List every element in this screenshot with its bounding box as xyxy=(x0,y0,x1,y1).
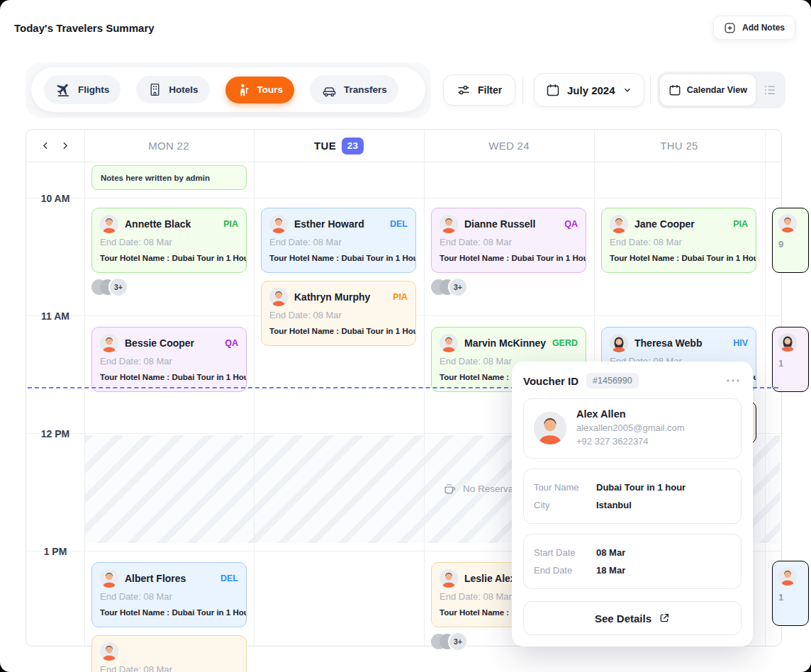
status-badge: DEL xyxy=(390,219,408,229)
event-card[interactable]: End Date: 08 MarTour Hotel Name : Dubai … xyxy=(91,635,247,672)
more-attendees-badge: 3+ xyxy=(108,277,128,297)
calendar-view-label: Calendar View xyxy=(687,85,747,95)
day-header-thu25[interactable]: THU 25 xyxy=(630,130,729,162)
event-card-partial[interactable]: 1 xyxy=(772,561,809,626)
tab-hotels[interactable]: Hotels xyxy=(136,76,209,103)
event-card[interactable]: Annette BlackPIAEnd Date: 08 MarTour Hot… xyxy=(91,208,247,273)
calendar-view-toggle[interactable]: Calendar View xyxy=(660,74,756,106)
tab-tours[interactable]: Tours xyxy=(225,77,295,103)
event-card[interactable]: Albert FloresDELEnd Date: 08 MarTour Hot… xyxy=(91,562,247,627)
start-date-label: Start Date xyxy=(534,547,596,558)
chevron-down-icon xyxy=(622,85,632,95)
tab-flights[interactable]: Flights xyxy=(44,75,121,104)
page-title: Today's Travelers Summary xyxy=(14,22,155,34)
see-details-button[interactable]: See Details xyxy=(523,601,742,635)
more-attendees-badge: 3+ xyxy=(448,277,468,297)
event-fragment-text: 1 xyxy=(778,592,802,603)
tour-name-value: Dubai Tour in 1 hour xyxy=(596,482,686,493)
hotel-icon xyxy=(147,82,162,97)
view-toggle-group: Calendar View xyxy=(657,72,785,108)
sliders-icon xyxy=(457,83,471,97)
event-fragment-text: 9 xyxy=(778,239,802,250)
tab-label: Transfers xyxy=(344,84,387,95)
ellipsis-icon[interactable] xyxy=(725,377,742,384)
status-badge: HIV xyxy=(733,338,748,348)
end-date-text: End Date: 08 Mar xyxy=(100,237,238,247)
list-view-icon[interactable] xyxy=(763,83,783,97)
traveler-phone: +92 327 3622374 xyxy=(576,435,685,449)
tab-label: Tours xyxy=(257,84,284,95)
end-date-text: End Date: 08 Mar xyxy=(269,237,408,247)
month-selector[interactable]: July 2024 xyxy=(534,73,644,107)
admin-note-card[interactable]: Notes here written by admin xyxy=(91,165,247,190)
status-badge: GERD xyxy=(552,338,578,348)
status-badge: QA xyxy=(225,338,238,348)
grid-hour-line xyxy=(26,198,781,198)
day-label: TUE xyxy=(314,140,336,152)
time-label: 1 PM xyxy=(26,546,84,557)
city-label: City xyxy=(534,500,596,510)
filter-button[interactable]: Filter xyxy=(443,74,515,106)
event-card[interactable]: Kathryn MurphyPIAEnd Date: 08 MarTour Ho… xyxy=(261,281,416,346)
app-page: Today's Travelers Summary Add Notes Flig… xyxy=(0,0,811,672)
more-attendees-badge: 3+ xyxy=(448,632,468,651)
time-label: 11 AM xyxy=(26,310,84,322)
traveler-name: Jane Cooper xyxy=(634,218,727,230)
avatar xyxy=(440,569,458,588)
add-notes-button[interactable]: Add Notes xyxy=(713,16,795,40)
status-badge: PIA xyxy=(223,219,238,229)
attendees-avatar-group[interactable]: 3+ xyxy=(91,277,128,297)
city-value: Istanbul xyxy=(596,500,632,510)
status-badge: PIA xyxy=(733,219,748,229)
end-date-text: End Date: 08 Mar xyxy=(100,664,238,672)
avatar xyxy=(100,215,118,233)
traveler-name: Dianne Russell xyxy=(464,218,558,230)
calendar-icon xyxy=(669,84,681,96)
status-badge: PIA xyxy=(393,292,408,302)
tour-hotel-text: Tour Hotel Name : Dubai Tour in 1 Hour xyxy=(269,254,408,262)
attendees-avatar-group[interactable]: 3+ xyxy=(431,277,468,297)
tour-hotel-text: Tour Hotel Name : Dubai Tour in 1 Hour xyxy=(440,254,578,262)
day-header-tue23[interactable]: TUE23 xyxy=(289,130,388,162)
avatar xyxy=(440,215,458,233)
tour-hotel-text: Tour Hotel Name : Dubai Tour in 1 Hour xyxy=(100,373,238,381)
toolbar-divider xyxy=(650,75,651,105)
end-date-text: End Date: 08 Mar xyxy=(440,237,578,247)
voucher-title: Voucher ID xyxy=(523,375,578,387)
avatar xyxy=(534,412,566,444)
avatar xyxy=(269,215,288,233)
chevron-left-icon[interactable] xyxy=(41,141,50,150)
attendees-avatar-group[interactable]: 3+ xyxy=(431,632,468,651)
end-date-value: 18 Mar xyxy=(596,565,625,576)
avatar xyxy=(778,333,797,352)
traveler-name: Marvin McKinney xyxy=(464,337,546,349)
avatar xyxy=(440,334,458,352)
toolbar-divider xyxy=(522,75,523,105)
event-card[interactable]: Esther HowardDELEnd Date: 08 MarTour Hot… xyxy=(261,208,416,273)
event-card[interactable]: Bessie CooperQAEnd Date: 08 MarTour Hote… xyxy=(91,327,247,392)
avatar xyxy=(100,334,118,352)
end-date-text: End Date: 08 Mar xyxy=(100,356,238,366)
tab-transfers[interactable]: Transfers xyxy=(310,75,398,104)
day-header-wed24[interactable]: WED 24 xyxy=(459,130,559,162)
event-card-partial[interactable]: 1 xyxy=(772,327,809,392)
calendar-nav xyxy=(26,130,84,162)
avatar xyxy=(100,569,118,588)
avatar xyxy=(100,642,118,661)
end-date-text: End Date: 08 Mar xyxy=(269,310,408,320)
avatar xyxy=(778,567,797,586)
time-label: 10 AM xyxy=(26,193,84,204)
event-card[interactable]: Jane CooperPIAEnd Date: 08 MarTour Hotel… xyxy=(601,208,756,273)
chevron-right-icon[interactable] xyxy=(60,141,69,150)
tour-name-label: Tour Name xyxy=(534,482,596,493)
event-card[interactable]: Dianne RussellQAEnd Date: 08 MarTour Hot… xyxy=(431,208,586,273)
event-card-partial[interactable]: 9 xyxy=(772,208,809,273)
traveler-contact-card: Alex Allen alexallen2005@gmail.com +92 3… xyxy=(523,398,742,459)
traveler-name: Bessie Cooper xyxy=(125,337,218,349)
tour-hotel-text: Tour Hotel Name : Dubai Tour in 1 Hour xyxy=(100,254,238,262)
traveler-name: Theresa Webb xyxy=(634,337,727,349)
status-badge: DEL xyxy=(220,573,238,583)
day-header-mon22[interactable]: MON 22 xyxy=(119,130,218,162)
plus-square-icon xyxy=(724,22,736,34)
coffee-cup-icon xyxy=(443,482,457,495)
